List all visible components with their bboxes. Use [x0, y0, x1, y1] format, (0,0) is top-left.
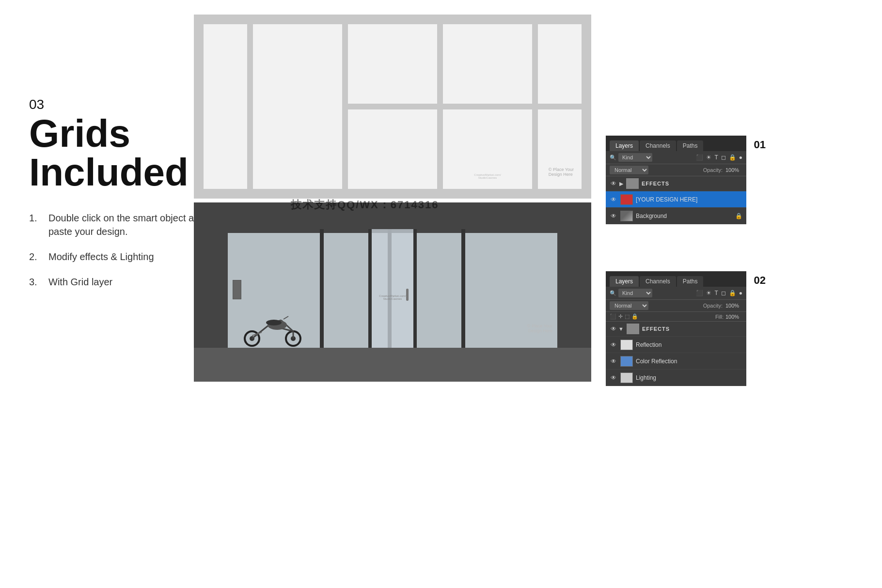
panel-toolbar-01: 🔍 Kind ⬛ ☀ T ◻ 🔒 ● [606, 151, 746, 164]
panel-mode-row-02: Normal Opacity: 100% [606, 300, 746, 312]
kind-dropdown-01[interactable]: Kind [618, 153, 652, 162]
thumb-design [620, 194, 633, 205]
tab-layers-02[interactable]: Layers [610, 276, 639, 287]
lock-background: 🔒 [735, 213, 742, 219]
lock-icon-3[interactable]: ⬚ [625, 313, 630, 320]
effects-header-01: 👁 ▶ EFFECTS [606, 176, 746, 191]
opacity-label-01: Opacity: [703, 167, 723, 173]
label-lighting: Lighting [636, 374, 742, 381]
effects-expand-02[interactable]: ▼ [618, 326, 624, 332]
eye-effects-01[interactable]: 👁 [610, 180, 617, 187]
grid-cell-4 [538, 24, 582, 104]
eye-effects-02[interactable]: 👁 [610, 325, 617, 332]
label-color-reflection: Color Reflection [636, 358, 742, 365]
panel-tabs-02: Layers Channels Paths [606, 271, 746, 287]
adjustment-icon[interactable]: ☀ [706, 154, 711, 161]
layer-reflection[interactable]: 👁 Reflection [606, 337, 746, 353]
instruction-item-1: 1. Double click on the smart object and … [29, 211, 213, 238]
smart-icon[interactable]: 🔒 [729, 154, 736, 161]
tab-paths-02[interactable]: Paths [677, 276, 704, 287]
thumb-lighting [620, 372, 633, 383]
grid-mockup: CreativeMarket.com/StudioCasines © Place… [194, 15, 591, 199]
lock-icon-1[interactable]: ⬛ [610, 313, 616, 320]
panel-toolbar-02: 🔍 Kind ⬛ ☀ T ◻ 🔒 ● [606, 287, 746, 300]
toolbar-icons-01: ⬛ ☀ T ◻ 🔒 ● [696, 154, 742, 161]
lock-icons-02: ⬛ ✛ ⬚ 🔒 [610, 313, 638, 320]
smart-icon-02[interactable]: 🔒 [729, 290, 736, 296]
layer-design-here[interactable]: 👁 [YOUR DESIGN HERE] [606, 191, 746, 208]
effects-header-02: 👁 ▼ EFFECTS [606, 322, 746, 337]
panel-fill-row-02: ⬛ ✛ ⬚ 🔒 Fill: 100% [606, 312, 746, 322]
effects-expand-01[interactable]: ▶ [619, 181, 623, 187]
thumb-background [620, 211, 633, 221]
mode-dropdown-01[interactable]: Normal [610, 166, 648, 174]
type-icon[interactable]: T [714, 154, 718, 161]
effects-thumb-01 [626, 178, 639, 189]
eye-reflection[interactable]: 👁 [610, 341, 617, 348]
sf-ground [194, 348, 591, 382]
search-icon-01: 🔍 [610, 155, 616, 161]
pixel-filter-icon-02[interactable]: ⬛ [696, 290, 703, 296]
sf-door-text: CreativeMarket.com/StudioCasines [372, 294, 413, 300]
opacity-value-01: 100% [725, 167, 742, 173]
more-icon-02[interactable]: ● [739, 290, 742, 296]
grid-cell-3 [443, 24, 532, 104]
instruction-item-3: 3. With Grid layer [29, 275, 213, 289]
more-icon[interactable]: ● [739, 154, 742, 161]
effects-label-01: EFFECTS [642, 181, 669, 186]
tab-paths-01[interactable]: Paths [677, 140, 704, 151]
storefront-background: CreativeMarket.com/StudioCasines [194, 202, 591, 382]
label-design: [YOUR DESIGN HERE] [636, 196, 742, 203]
shape-icon-02[interactable]: ◻ [721, 290, 726, 296]
fill-label-02: Fill: [715, 314, 724, 320]
tab-channels-01[interactable]: Channels [640, 140, 676, 151]
eye-background[interactable]: 👁 [610, 213, 617, 219]
grid-cell-6 [348, 109, 437, 189]
tab-channels-02[interactable]: Channels [640, 276, 676, 287]
watermark: 技术支持QQ/WX：6714316 [291, 198, 439, 212]
motorcycle [242, 310, 305, 347]
place-design-label-top: © Place YourDesign Here [549, 167, 574, 177]
shape-icon[interactable]: ◻ [721, 154, 726, 161]
svg-point-10 [266, 320, 282, 325]
mode-dropdown-02[interactable]: Normal [610, 301, 648, 310]
lock-icon-4[interactable]: 🔒 [631, 313, 638, 320]
svg-line-11 [284, 316, 288, 319]
grid-cell-2 [348, 24, 437, 104]
opacity-label-02: Opacity: [703, 303, 723, 309]
pixel-filter-icon[interactable]: ⬛ [696, 154, 703, 161]
eye-design[interactable]: 👁 [610, 196, 617, 203]
layer-color-reflection[interactable]: 👁 Color Reflection [606, 353, 746, 370]
grid-center-credit: CreativeMarket.com/StudioCasines [474, 173, 501, 179]
eye-color-reflection[interactable]: 👁 [610, 358, 617, 365]
sf-v-divider-1 [320, 229, 324, 348]
grid-cell-1 [204, 24, 247, 189]
layers-panel-02: 02 Layers Channels Paths 🔍 Kind ⬛ ☀ T ◻ … [606, 271, 746, 386]
step-number: 03 [29, 97, 213, 112]
grid-cell-center: CreativeMarket.com/StudioCasines [443, 109, 532, 189]
instruction-item-2: 2. Modify effects & Lighting [29, 250, 213, 263]
opacity-value-02: 100% [725, 303, 742, 309]
grid-background: CreativeMarket.com/StudioCasines © Place… [194, 15, 591, 199]
tab-layers-01[interactable]: Layers [610, 140, 639, 151]
type-icon-02[interactable]: T [714, 290, 718, 296]
lock-icon-2[interactable]: ✛ [618, 313, 623, 320]
label-background: Background [636, 213, 732, 219]
adjustment-icon-02[interactable]: ☀ [706, 290, 711, 296]
panel-tabs-01: Layers Channels Paths [606, 136, 746, 151]
big-title: Grids Included [29, 114, 213, 192]
sf-v-divider-3 [461, 229, 465, 348]
eye-lighting[interactable]: 👁 [610, 374, 617, 381]
layer-lighting[interactable]: 👁 Lighting [606, 370, 746, 386]
sf-door: CreativeMarket.com/StudioCasines [368, 229, 417, 348]
motorcycle-svg [242, 310, 305, 347]
label-reflection: Reflection [636, 341, 742, 348]
sf-access-panel [233, 280, 241, 299]
effects-thumb-02 [627, 324, 639, 334]
instructions-list: 1. Double click on the smart object and … [29, 211, 213, 289]
grid-cell-5 [253, 24, 342, 189]
layer-background[interactable]: 👁 Background 🔒 [606, 208, 746, 224]
kind-dropdown-02[interactable]: Kind [618, 289, 652, 297]
search-icon-02: 🔍 [610, 290, 616, 296]
fill-value-02: 100% [725, 314, 742, 320]
